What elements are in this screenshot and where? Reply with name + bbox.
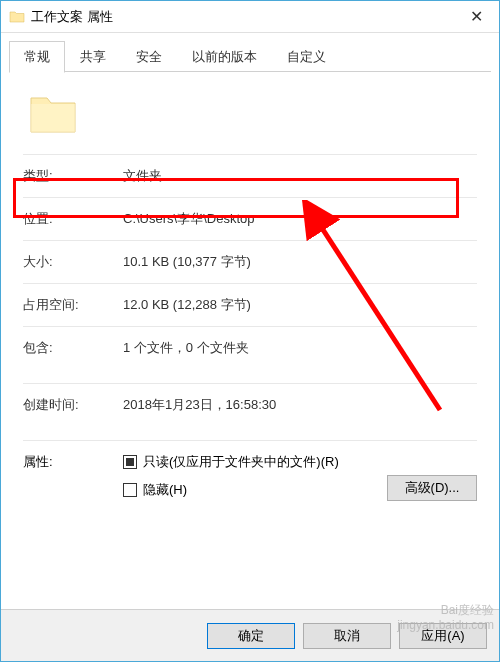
type-value: 文件夹 bbox=[123, 167, 477, 185]
close-icon: ✕ bbox=[470, 7, 483, 26]
readonly-label: 只读(仅应用于文件夹中的文件)(R) bbox=[143, 453, 339, 471]
tab-security[interactable]: 安全 bbox=[121, 41, 177, 72]
created-label: 创建时间: bbox=[23, 396, 123, 414]
row-location: 位置: C:\Users\李华\Desktop bbox=[23, 197, 477, 240]
size-label: 大小: bbox=[23, 253, 123, 271]
row-size-on-disk: 占用空间: 12.0 KB (12,288 字节) bbox=[23, 283, 477, 326]
row-created: 创建时间: 2018年1月23日，16:58:30 bbox=[23, 383, 477, 426]
size-value: 10.1 KB (10,377 字节) bbox=[123, 253, 477, 271]
properties-window: 工作文案 属性 ✕ 常规 共享 安全 以前的版本 自定义 类型: 文件夹 位置:… bbox=[0, 0, 500, 662]
location-value: C:\Users\李华\Desktop bbox=[123, 210, 477, 228]
contains-label: 包含: bbox=[23, 339, 123, 357]
attr-label: 属性: bbox=[23, 453, 123, 471]
ondisk-value: 12.0 KB (12,288 字节) bbox=[123, 296, 477, 314]
watermark: Bai度经验 jingyan.baidu.com bbox=[397, 603, 494, 632]
watermark-line1: Bai度经验 bbox=[397, 603, 494, 617]
tab-content: 类型: 文件夹 位置: C:\Users\李华\Desktop 大小: 10.1… bbox=[1, 72, 499, 609]
cancel-button[interactable]: 取消 bbox=[303, 623, 391, 649]
folder-large-icon bbox=[27, 88, 79, 140]
readonly-checkbox-row: 只读(仅应用于文件夹中的文件)(R) bbox=[123, 453, 477, 471]
tab-share[interactable]: 共享 bbox=[65, 41, 121, 72]
window-title: 工作文案 属性 bbox=[31, 8, 453, 26]
ondisk-label: 占用空间: bbox=[23, 296, 123, 314]
row-attributes: 属性: 只读(仅应用于文件夹中的文件)(R) 隐藏(H) 高级(D)... bbox=[23, 440, 477, 507]
tab-general[interactable]: 常规 bbox=[9, 41, 65, 73]
type-label: 类型: bbox=[23, 167, 123, 185]
readonly-checkbox[interactable] bbox=[123, 455, 137, 469]
created-value: 2018年1月23日，16:58:30 bbox=[123, 396, 477, 414]
contains-value: 1 个文件，0 个文件夹 bbox=[123, 339, 477, 357]
tab-previous-versions[interactable]: 以前的版本 bbox=[177, 41, 272, 72]
advanced-button[interactable]: 高级(D)... bbox=[387, 475, 477, 501]
watermark-line2: jingyan.baidu.com bbox=[397, 618, 494, 632]
row-type: 类型: 文件夹 bbox=[23, 154, 477, 197]
row-size: 大小: 10.1 KB (10,377 字节) bbox=[23, 240, 477, 283]
ok-button[interactable]: 确定 bbox=[207, 623, 295, 649]
hidden-label: 隐藏(H) bbox=[143, 481, 187, 499]
close-button[interactable]: ✕ bbox=[453, 1, 499, 33]
tab-custom[interactable]: 自定义 bbox=[272, 41, 341, 72]
row-contains: 包含: 1 个文件，0 个文件夹 bbox=[23, 326, 477, 369]
tab-strip: 常规 共享 安全 以前的版本 自定义 bbox=[1, 33, 499, 72]
folder-icon bbox=[9, 9, 25, 25]
hidden-checkbox[interactable] bbox=[123, 483, 137, 497]
location-label: 位置: bbox=[23, 210, 123, 228]
titlebar: 工作文案 属性 ✕ bbox=[1, 1, 499, 33]
